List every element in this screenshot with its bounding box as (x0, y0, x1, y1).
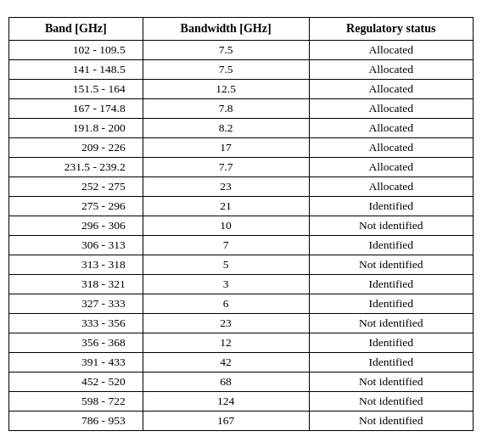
cell-bandwidth: 124 (143, 392, 309, 412)
table-row: 252 - 27523Allocated (9, 177, 474, 197)
table-row: 191.8 - 2008.2Allocated (9, 119, 474, 138)
cell-bandwidth: 17 (143, 138, 309, 158)
cell-band: 102 - 109.5 (9, 41, 143, 60)
cell-status: Allocated (309, 60, 473, 80)
table-row: 306 - 3137Identified (9, 236, 474, 255)
table-row: 598 - 722124Not identified (9, 392, 474, 412)
cell-status: Not identified (309, 314, 473, 333)
table-row: 327 - 3336Identified (9, 294, 474, 314)
cell-status: Identified (309, 333, 473, 353)
cell-bandwidth: 7.7 (143, 158, 309, 177)
cell-band: 598 - 722 (9, 392, 143, 412)
cell-status: Allocated (309, 158, 473, 177)
cell-bandwidth: 7.5 (143, 41, 309, 60)
cell-status: Identified (309, 353, 473, 372)
table-row: 167 - 174.87.8Allocated (9, 99, 474, 119)
cell-band: 306 - 313 (9, 236, 143, 255)
table-row: 102 - 109.57.5Allocated (9, 41, 474, 60)
cell-bandwidth: 7 (143, 236, 309, 255)
cell-status: Identified (309, 197, 473, 216)
cell-status: Allocated (309, 138, 473, 158)
table-row: 209 - 22617Allocated (9, 138, 474, 158)
cell-band: 452 - 520 (9, 372, 143, 392)
cell-status: Identified (309, 275, 473, 294)
cell-bandwidth: 68 (143, 372, 309, 392)
table-row: 452 - 52068Not identified (9, 372, 474, 392)
cell-bandwidth: 167 (143, 412, 309, 431)
table-row: 296 - 30610Not identified (9, 216, 474, 236)
cell-status: Allocated (309, 80, 473, 99)
cell-status: Not identified (309, 216, 473, 236)
cell-band: 391 - 433 (9, 353, 143, 372)
cell-status: Identified (309, 294, 473, 314)
table-row: 151.5 - 16412.5Allocated (9, 80, 474, 99)
table-row: 333 - 35623Not identified (9, 314, 474, 333)
cell-band: 318 - 321 (9, 275, 143, 294)
cell-band: 151.5 - 164 (9, 80, 143, 99)
table-row: 318 - 3213Identified (9, 275, 474, 294)
cell-band: 231.5 - 239.2 (9, 158, 143, 177)
cell-bandwidth: 12 (143, 333, 309, 353)
cell-bandwidth: 10 (143, 216, 309, 236)
cell-band: 141 - 148.5 (9, 60, 143, 80)
cell-bandwidth: 12.5 (143, 80, 309, 99)
cell-status: Not identified (309, 372, 473, 392)
cell-bandwidth: 6 (143, 294, 309, 314)
cell-band: 327 - 333 (9, 294, 143, 314)
table-header-row: Band [GHz] Bandwidth [GHz] Regulatory st… (9, 18, 474, 41)
cell-status: Allocated (309, 119, 473, 138)
cell-band: 333 - 356 (9, 314, 143, 333)
cell-bandwidth: 23 (143, 314, 309, 333)
cell-bandwidth: 21 (143, 197, 309, 216)
cell-band: 786 - 953 (9, 412, 143, 431)
cell-bandwidth: 8.2 (143, 119, 309, 138)
cell-band: 296 - 306 (9, 216, 143, 236)
header-band: Band [GHz] (9, 18, 143, 41)
header-status: Regulatory status (309, 18, 473, 41)
table-row: 141 - 148.57.5Allocated (9, 60, 474, 80)
cell-band: 191.8 - 200 (9, 119, 143, 138)
cell-bandwidth: 42 (143, 353, 309, 372)
table-container: Band [GHz] Bandwidth [GHz] Regulatory st… (8, 17, 474, 431)
table-row: 391 - 43342Identified (9, 353, 474, 372)
cell-band: 275 - 296 (9, 197, 143, 216)
cell-bandwidth: 5 (143, 255, 309, 275)
frequency-table: Band [GHz] Bandwidth [GHz] Regulatory st… (8, 17, 474, 431)
header-bandwidth: Bandwidth [GHz] (143, 18, 309, 41)
table-row: 356 - 36812Identified (9, 333, 474, 353)
cell-band: 356 - 368 (9, 333, 143, 353)
cell-status: Allocated (309, 41, 473, 60)
cell-band: 167 - 174.8 (9, 99, 143, 119)
cell-status: Not identified (309, 255, 473, 275)
table-row: 786 - 953167Not identified (9, 412, 474, 431)
cell-status: Allocated (309, 177, 473, 197)
cell-band: 209 - 226 (9, 138, 143, 158)
cell-bandwidth: 3 (143, 275, 309, 294)
cell-status: Not identified (309, 392, 473, 412)
cell-bandwidth: 23 (143, 177, 309, 197)
table-row: 313 - 3185Not identified (9, 255, 474, 275)
cell-band: 252 - 275 (9, 177, 143, 197)
cell-bandwidth: 7.5 (143, 60, 309, 80)
cell-status: Not identified (309, 412, 473, 431)
cell-band: 313 - 318 (9, 255, 143, 275)
table-row: 275 - 29621Identified (9, 197, 474, 216)
table-row: 231.5 - 239.27.7Allocated (9, 158, 474, 177)
cell-bandwidth: 7.8 (143, 99, 309, 119)
cell-status: Identified (309, 236, 473, 255)
cell-status: Allocated (309, 99, 473, 119)
